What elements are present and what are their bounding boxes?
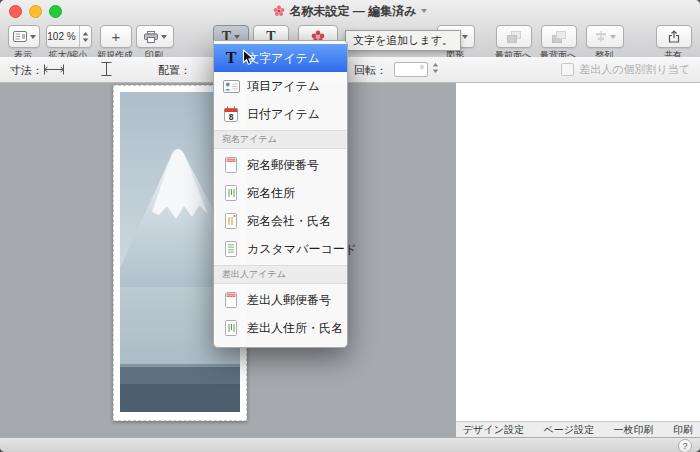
new-document-button[interactable]: + — [100, 25, 132, 48]
chevron-down-icon — [462, 35, 468, 39]
date-item-icon: 8 — [221, 106, 241, 122]
text-item-icon: T — [221, 50, 241, 66]
chevron-down-icon — [234, 35, 240, 39]
svg-text:8: 8 — [229, 112, 234, 122]
share-icon — [668, 30, 680, 43]
view-button[interactable] — [8, 25, 40, 48]
menu-item-sender-postal[interactable]: 差出人郵便番号 — [214, 286, 347, 314]
print-button[interactable] — [136, 25, 174, 48]
menu-item-recipient-company-name[interactable]: 宛名会社・氏名 — [214, 207, 347, 235]
dimensions-label: 寸法： — [10, 63, 43, 78]
menu-item-text[interactable]: T 文字アイテム — [214, 44, 347, 72]
tab-page-settings[interactable]: ページ設定 — [543, 423, 593, 437]
height-dimension-icon[interactable] — [101, 62, 112, 76]
send-back-icon — [552, 31, 566, 43]
menu-item-recipient-address[interactable]: 宛名住所 — [214, 179, 347, 207]
rotation-stepper[interactable] — [432, 62, 439, 74]
bring-front-icon — [507, 31, 521, 43]
sender-assignment-label: 差出人の個別割り当て — [579, 62, 690, 77]
tab-single-print[interactable]: 一枚印刷 — [613, 423, 653, 437]
postcard-name-icon — [221, 213, 241, 229]
align-button[interactable] — [586, 25, 624, 48]
menu-item-date[interactable]: 8 日付アイテム — [214, 100, 347, 128]
sender-assignment-control: 差出人の個別割り当て — [561, 62, 690, 77]
menu-section-recipient: 宛名アイテム — [214, 130, 347, 149]
sender-assignment-checkbox[interactable] — [561, 63, 574, 76]
app-window: 名称未設定 — 編集済み 表示 102 % 拡大/縮小 + — [0, 0, 700, 452]
align-icon — [595, 31, 607, 42]
chevron-down-icon — [30, 35, 36, 39]
format-bar: 寸法： 配置： 回転： ° 差出人の個別割り当て — [0, 57, 700, 83]
field-item-icon — [221, 80, 241, 93]
window-title-area: 名称未設定 — 編集済み — [0, 0, 700, 22]
menu-item-sender-address-name[interactable]: 差出人住所・氏名 — [214, 314, 347, 342]
tab-print[interactable]: 印刷 — [673, 423, 693, 437]
arrange-label: 配置： — [158, 63, 191, 78]
document-flower-icon — [273, 5, 285, 17]
share-button[interactable] — [656, 25, 692, 48]
rotation-input[interactable]: ° — [394, 62, 428, 77]
chevron-down-icon — [610, 35, 616, 39]
chevron-down-icon — [161, 35, 167, 39]
postcard-barcode-icon — [221, 241, 241, 257]
titlebar: 名称未設定 — 編集済み — [0, 0, 700, 22]
zoom-value: 102 % — [47, 31, 76, 42]
panel-footer-tabs: デザイン設定 ページ設定 一枚印刷 印刷 — [456, 421, 700, 437]
tab-design-settings[interactable]: デザイン設定 — [463, 423, 524, 437]
help-button[interactable]: ? — [678, 439, 692, 452]
bottom-status-bar: ? — [0, 437, 700, 452]
postcard-postal-icon — [221, 292, 241, 308]
send-to-back-button[interactable] — [541, 25, 577, 48]
zoom-stepper[interactable] — [79, 26, 91, 47]
mouse-cursor-icon — [242, 49, 254, 66]
window-title: 名称未設定 — 編集済み — [290, 3, 417, 20]
zoom-control[interactable]: 102 % — [46, 25, 92, 48]
menu-item-customer-barcode[interactable]: カスタマバーコード — [214, 235, 347, 263]
stepper-arrows-icon — [432, 62, 439, 74]
width-dimension-icon[interactable] — [44, 64, 64, 75]
postcard-address-icon — [221, 320, 241, 336]
menu-item-recipient-postal[interactable]: 宛名郵便番号 — [214, 151, 347, 179]
degree-unit: ° — [420, 64, 424, 75]
postcard-address-icon — [221, 185, 241, 201]
stepper-arrows-icon — [82, 31, 89, 43]
printer-icon — [144, 31, 158, 43]
menu-item-field[interactable]: 項目アイテム — [214, 72, 347, 100]
title-chevron-icon[interactable] — [421, 9, 427, 13]
add-text-tooltip: 文字を追加します。 — [345, 30, 461, 51]
bring-to-front-button[interactable] — [496, 25, 532, 48]
plus-icon: + — [112, 29, 121, 44]
menu-section-sender: 差出人アイテム — [214, 265, 347, 284]
view-layout-icon — [13, 31, 27, 42]
rotate-label: 回転： — [354, 63, 387, 78]
text-item-menu: T 文字アイテム 項目アイテム — [213, 40, 348, 348]
settings-panel: デザイン設定 ページ設定 一枚印刷 印刷 — [455, 83, 700, 437]
postcard-postal-icon — [221, 157, 241, 173]
